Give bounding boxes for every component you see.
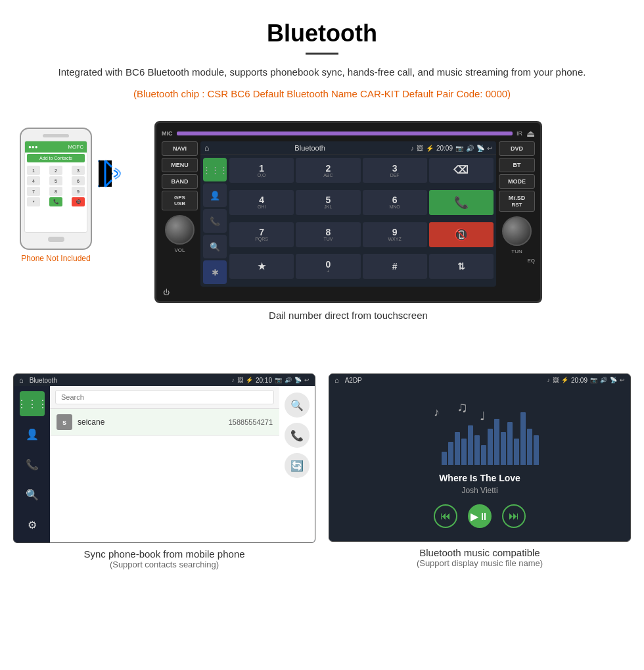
music-bar-10	[501, 432, 506, 465]
mode-button[interactable]: MODE	[499, 174, 535, 189]
pb-back-icon[interactable]: ↩	[304, 377, 310, 383]
dial-key-1[interactable]: 1 O,O	[229, 158, 294, 183]
music-bar-14	[527, 429, 532, 465]
phone-key-7: 7	[27, 187, 40, 196]
power-indicator: ⏻	[162, 289, 535, 296]
pb-call-icon[interactable]: 📞	[20, 452, 45, 477]
screen-home-icon[interactable]: ⌂	[204, 143, 209, 153]
screen-back-icon[interactable]: ↩	[487, 145, 492, 152]
radio-main-body: NAVI MENU BAND GPSUSB VOL ⌂ Bluetooth ♪	[162, 141, 535, 287]
dvd-button[interactable]: DVD	[499, 141, 535, 156]
pb-refresh-action[interactable]: 🔄	[285, 453, 310, 478]
eject-button[interactable]: ⏏	[526, 128, 535, 139]
middle-section: ●●● MOFC Add to Contacts 1 2 3 4 5 6	[0, 121, 644, 321]
phonebook-caption-sub: (Support contacts searching)	[110, 560, 219, 569]
pb-search-icon[interactable]: 🔍	[20, 482, 45, 507]
screen-cast-icon: 📡	[476, 145, 484, 152]
dial-key-hash[interactable]: #	[363, 254, 427, 279]
phonebook-caption-main: Sync phone-book from mobile phone	[83, 548, 244, 560]
dialpad-side-search[interactable]: 🔍	[203, 235, 227, 258]
contact-avatar: s	[57, 414, 72, 430]
phone-carrier: MOFC	[68, 144, 83, 150]
music-home-icon[interactable]: ⌂	[334, 376, 339, 384]
dial-key-updown[interactable]: ⇅	[429, 254, 494, 279]
music-next-button[interactable]: ⏭	[502, 504, 526, 528]
phone-home-button	[48, 237, 64, 242]
phone-key-call: 📞	[49, 197, 62, 206]
phonebook-status-icons: ♪ 🖼 ⚡ 20:10 📷 🔊 📡 ↩	[231, 377, 310, 384]
music-card: ⌂ A2DP ♪ 🖼 ⚡ 20:09 📷 🔊 📡 ↩	[329, 373, 631, 569]
radio-top-bar: MIC IR ⏏	[162, 128, 535, 139]
ir-label: IR	[517, 130, 522, 137]
music-android-screen: ⌂ A2DP ♪ 🖼 ⚡ 20:09 📷 🔊 📡 ↩	[329, 374, 630, 541]
band-button[interactable]: BAND	[162, 174, 198, 189]
dialpad-side-recent[interactable]: 📞	[203, 209, 227, 233]
pb-settings-icon[interactable]: ⚙	[20, 512, 45, 537]
pb-contacts-icon[interactable]: 👤	[20, 421, 45, 446]
music-play-button[interactable]: ▶⏸	[468, 504, 492, 528]
phone-key-6: 6	[72, 176, 85, 185]
menu-button[interactable]: MENU	[162, 158, 198, 172]
dial-key-4[interactable]: 4 GHI	[229, 190, 294, 215]
car-radio-wrapper: MIC IR ⏏ NAVI MENU BAND GPSUSB VOL	[66, 121, 631, 303]
music-status-icons: ♪ 🖼 ⚡ 20:09 📷 🔊 📡 ↩	[547, 377, 625, 384]
dial-key-8[interactable]: 8 TUV	[296, 222, 360, 247]
dial-key-hangup[interactable]: 📵	[429, 222, 494, 247]
music-prev-button[interactable]: ⏮	[434, 504, 457, 528]
dial-key-call[interactable]: 📞	[429, 190, 494, 215]
eq-label: EQ	[499, 258, 535, 264]
phone-key-end: 📵	[72, 197, 85, 206]
pb-icon-3: 📷	[275, 377, 282, 383]
phonebook-search-bar	[50, 386, 279, 409]
phone-bottom	[24, 237, 87, 242]
phone-key-1: 1	[27, 166, 40, 175]
volume-knob[interactable]	[165, 215, 195, 245]
bluetooth-float-icon	[89, 154, 122, 198]
dial-key-star[interactable]: ★	[229, 254, 294, 279]
dialpad-side-contacts[interactable]: 👤	[203, 183, 227, 207]
music-statusbar: ⌂ A2DP ♪ 🖼 ⚡ 20:09 📷 🔊 📡 ↩	[329, 374, 630, 386]
music-equalizer	[442, 412, 539, 465]
pb-call-action[interactable]: 📞	[285, 423, 310, 448]
phone-keypad: 1 2 3 4 5 6 7 8 9 *	[25, 164, 87, 210]
dial-key-6[interactable]: 6 MNO	[363, 190, 427, 215]
phonebook-home-icon[interactable]: ⌂	[19, 376, 24, 384]
navi-button[interactable]: NAVI	[162, 141, 198, 156]
pb-search-action[interactable]: 🔍	[285, 393, 310, 418]
dial-key-9[interactable]: 9 WXYZ	[363, 222, 427, 247]
dial-key-7[interactable]: 7 PQRS	[229, 222, 294, 247]
bottom-section: ⌂ Bluetooth ♪ 🖼 ⚡ 20:10 📷 🔊 📡 ↩	[0, 360, 644, 576]
dialpad-side-apps[interactable]: ⋮⋮⋮	[203, 158, 227, 181]
music-bar-9	[494, 419, 499, 465]
mrsd-button[interactable]: Mr.SDRST	[499, 191, 535, 212]
pb-bt-icon: ⚡	[246, 377, 253, 383]
pb-icon-5: 📡	[294, 377, 302, 383]
ms-icon-2: 🖼	[553, 377, 559, 383]
dialpad-side-bluetooth[interactable]: ✱	[203, 260, 227, 284]
radio-right-buttons: DVD BT MODE Mr.SDRST TUN EQ	[499, 141, 535, 287]
phone-add-contact: Add to Contacts	[27, 154, 85, 162]
phonebook-search-input[interactable]	[55, 390, 274, 404]
phone-signal: ●●●	[28, 144, 38, 150]
dial-key-3[interactable]: 3 DEF	[363, 158, 427, 183]
dial-key-0[interactable]: 0 +	[296, 254, 360, 279]
gps-usb-button[interactable]: GPSUSB	[162, 191, 198, 210]
phone-screen: ●●● MOFC Add to Contacts 1 2 3 4 5 6	[24, 141, 87, 233]
dial-key-2[interactable]: 2 ABC	[296, 158, 360, 183]
bt-button[interactable]: BT	[499, 158, 535, 172]
dial-key-backspace[interactable]: ⌫	[429, 158, 494, 183]
tuning-knob[interactable]	[502, 216, 532, 246]
ms-back-icon[interactable]: ↩	[620, 377, 625, 383]
vol-label: VOL	[162, 247, 198, 253]
dial-key-5[interactable]: 5 JKL	[296, 190, 360, 215]
ms-bt-icon: ⚡	[561, 377, 568, 383]
phone-mockup: ●●● MOFC Add to Contacts 1 2 3 4 5 6	[20, 128, 92, 263]
header-description: Integrated with BC6 Bluetooth module, su…	[39, 65, 605, 80]
radio-cd-slot	[177, 132, 513, 135]
phonebook-contact-row[interactable]: s seicane 15885554271	[50, 409, 279, 436]
pb-apps-icon[interactable]: ⋮⋮⋮	[20, 391, 45, 416]
music-bar-11	[507, 422, 513, 465]
phone-body: ●●● MOFC Add to Contacts 1 2 3 4 5 6	[20, 128, 92, 250]
specs-text: (Bluetooth chip : CSR BC6 Default Blueto…	[39, 87, 605, 102]
dial-description: Dail number direct from touchscreen	[66, 310, 631, 321]
